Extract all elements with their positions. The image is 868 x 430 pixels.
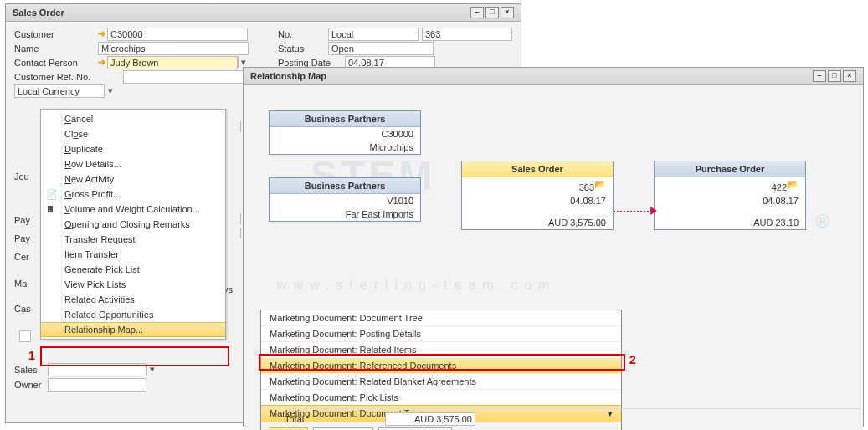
ref-label: Customer Ref. No.	[14, 72, 123, 82]
menu-item-label: View Pick Lists	[64, 279, 126, 289]
menu-item-label: Related Activities	[64, 294, 135, 305]
po-date: 04.08.17	[655, 194, 805, 207]
minimize-button[interactable]: –	[813, 70, 826, 82]
sales-label: Sales	[14, 365, 48, 375]
currency-select[interactable]: Local Currency	[14, 84, 105, 98]
menu-item-label: Row Details...	[64, 159, 121, 169]
cer-label: Cer	[14, 248, 31, 266]
checkbox[interactable]	[19, 330, 31, 342]
bp2-code: V1010	[270, 194, 420, 207]
menu-item-label: Transfer Request	[64, 234, 136, 244]
bp1-box[interactable]: Business Partners C30000 Microchips	[269, 110, 421, 155]
menu-item-generate-pick-list[interactable]: Generate Pick List	[41, 262, 225, 277]
po-box[interactable]: Purchase Order 📂 422 04.08.17 AUD 23.10	[654, 161, 806, 230]
bp1-name: Microchips	[270, 141, 420, 154]
menu-item-label: Item Transfer	[64, 249, 119, 259]
contact-field[interactable]: Judy Brown	[107, 56, 238, 69]
menu-item-volume-and-weight-calculation[interactable]: 🖩Volume and Weight Calculation...	[41, 202, 225, 217]
menu-item-item-transfer[interactable]: Item Transfer	[41, 247, 225, 262]
menu-item-new-activity[interactable]: New Activity	[41, 171, 225, 187]
owner-field[interactable]	[48, 378, 146, 392]
no-field[interactable]: 363	[422, 28, 512, 41]
menu-item-duplicate[interactable]: Duplicate	[41, 141, 225, 156]
popup-item[interactable]: Marketing Document: Posting Details	[261, 326, 621, 342]
menu-item-label: Relationship Map...	[64, 325, 143, 335]
relationship-map-window: Relationship Map – □ × STEM www.sterling…	[243, 67, 864, 427]
bp1-title: Business Partners	[270, 111, 420, 127]
side-labels: Jou Pay Pay Cer Ma Cas	[14, 167, 31, 318]
minimize-button[interactable]: –	[470, 7, 484, 18]
menu-item-label: Related Opportunities	[64, 310, 153, 320]
popup-item[interactable]: Marketing Document: Pick Lists	[261, 390, 621, 405]
ma-label: Ma	[14, 274, 31, 293]
bp1-code: C30000	[270, 127, 420, 141]
so-title: Sales Order	[462, 161, 613, 177]
folder-icon: 📂	[594, 179, 606, 190]
menu-item-label: Gross Profit...	[64, 189, 121, 199]
menu-item-label: New Activity	[64, 174, 114, 184]
maximize-button[interactable]: □	[485, 7, 499, 18]
arrowhead-icon	[650, 207, 657, 215]
maximize-button[interactable]: □	[828, 70, 841, 82]
menu-item-opening-and-closing-remarks[interactable]: Opening and Closing Remarks	[41, 217, 225, 232]
status-field: Open	[328, 42, 434, 55]
contact-label: Contact Person	[14, 58, 98, 68]
total-value: AUD 3,575.00	[385, 412, 475, 426]
menu-item-view-pick-lists[interactable]: View Pick Lists	[41, 277, 225, 292]
close-button[interactable]: ×	[501, 7, 514, 18]
bp2-box[interactable]: Business Partners V1010 Far East Imports	[269, 177, 421, 222]
annotation-1: 1	[28, 349, 35, 362]
menu-item-label: Volume and Weight Calculation...	[64, 204, 200, 214]
menu-item-row-details[interactable]: Row Details...	[41, 156, 225, 171]
menu-item-transfer-request[interactable]: Transfer Request	[41, 232, 225, 247]
bp2-title: Business Partners	[270, 178, 420, 194]
cas-label: Cas	[14, 299, 31, 318]
so-no: 363	[462, 181, 613, 194]
popup-item[interactable]: Marketing Document: Document Tree	[261, 310, 621, 326]
customer-label: Customer	[14, 29, 98, 39]
pay2-label: Pay	[14, 229, 31, 248]
menu-item-cancel[interactable]: Cancel	[41, 111, 225, 126]
no-type-field[interactable]: Local	[328, 28, 419, 41]
menu-item-gross-profit[interactable]: 📄Gross Profit...	[41, 187, 225, 202]
menu-item-related-opportunities[interactable]: Related Opportunities	[41, 307, 225, 322]
ref-field[interactable]	[123, 70, 249, 84]
menu-item-related-activities[interactable]: Related Activities	[41, 292, 225, 307]
calc-icon: 🖩	[46, 204, 58, 216]
rm-canvas: STEM www.sterling-team.com ® Business Pa…	[244, 85, 863, 430]
close-button[interactable]: ×	[843, 70, 856, 82]
watermark-r: ®	[816, 211, 829, 233]
so-amount: AUD 3,575.00	[462, 216, 613, 229]
context-menu: CancelCloseDuplicateRow Details...New Ac…	[40, 109, 226, 340]
popup-item[interactable]: Marketing Document: Related Blanket Agre…	[261, 374, 621, 390]
sales-field[interactable]	[48, 363, 146, 376]
total-strip: Total AUD 3,575.00	[285, 408, 860, 426]
menu-item-relationship-map[interactable]: Relationship Map...	[41, 322, 225, 337]
menu-item-label: Duplicate	[64, 144, 103, 154]
name-label: Name	[14, 44, 98, 54]
po-title: Purchase Order	[655, 161, 805, 177]
chevron-down-icon[interactable]: ▾	[105, 85, 116, 96]
menu-item-label: Close	[64, 129, 88, 139]
so-box[interactable]: Sales Order 📂 363 04.08.17 AUD 3,575.00	[461, 161, 614, 230]
so-date: 04.08.17	[462, 194, 613, 207]
link-arrow-icon[interactable]: ➜	[98, 57, 105, 68]
rm-title: Relationship Map	[250, 71, 326, 81]
name-field[interactable]: Microchips	[98, 42, 249, 55]
po-no: 422	[655, 181, 805, 194]
chevron-down-icon[interactable]: ▾	[146, 364, 157, 375]
popup-item[interactable]: Marketing Document: Referenced Documents	[261, 358, 621, 374]
sales-order-title: Sales Order	[13, 8, 64, 18]
rm-titlebar: Relationship Map – □ ×	[244, 68, 863, 85]
link-arrow-icon[interactable]: ➜	[98, 28, 105, 39]
annotation-2: 2	[629, 353, 636, 366]
doc-icon: 📄	[46, 189, 58, 201]
no-label: No.	[278, 29, 328, 39]
total-label: Total	[285, 414, 352, 424]
menu-item-close[interactable]: Close	[41, 126, 225, 141]
customer-field[interactable]: C30000	[107, 28, 248, 41]
popup-item[interactable]: Marketing Document: Related Items	[261, 342, 621, 358]
po-amount: AUD 23.10	[655, 216, 805, 229]
folder-icon: 📂	[787, 179, 799, 190]
status-label: Status	[278, 44, 328, 54]
